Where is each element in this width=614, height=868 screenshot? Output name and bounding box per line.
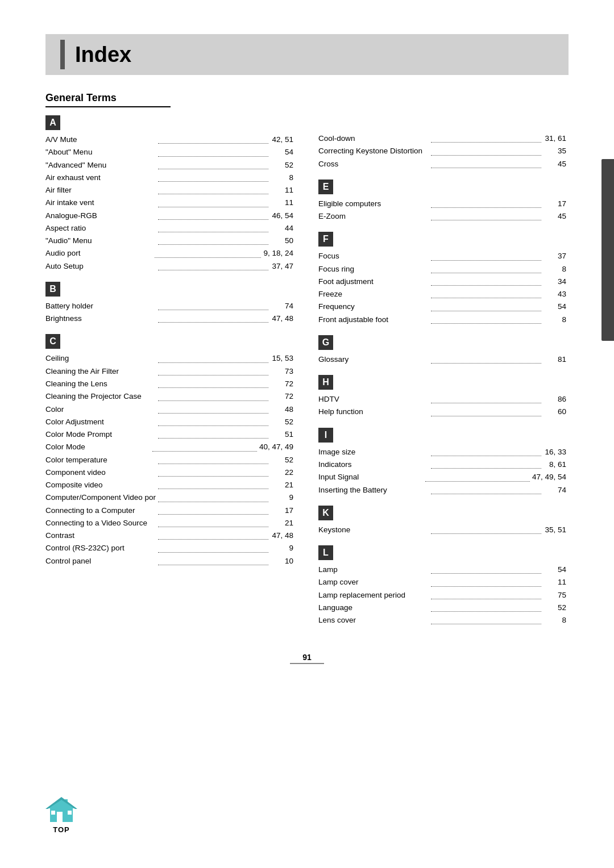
section-c: C Ceiling15, 53 Cleaning the Air Filter7… (45, 334, 296, 567)
list-item: Brightness47, 48 (45, 312, 296, 325)
list-item: Image size16, 33 (318, 446, 569, 458)
list-item: Air intake vent11 (45, 197, 296, 209)
page-number-section: 91 (45, 653, 569, 664)
list-item: Air filter11 (45, 184, 296, 197)
list-item: Language52 (318, 602, 569, 614)
letter-k-badge: K (318, 506, 333, 520)
section-f: F Focus37 Focus ring8 Foot adjustment34 … (318, 232, 569, 326)
list-item: Help function60 (318, 406, 569, 418)
list-item: Inserting the Battery74 (318, 484, 569, 496)
page: Index General Terms A A/V Mute42, 51 "Ab… (0, 0, 614, 868)
list-item: Front adjustable foot8 (318, 314, 569, 326)
letter-h-badge: H (318, 375, 333, 390)
list-item: "Advanced" Menu52 (45, 159, 296, 172)
list-item: Freeze43 (318, 288, 569, 301)
list-item: Lamp cover11 (318, 576, 569, 589)
page-number-underline (290, 663, 324, 664)
section-l-entries: Lamp54 Lamp cover11 Lamp replacement per… (318, 564, 569, 627)
right-column: Cool-down31, 61 Correcting Keystone Dist… (318, 115, 569, 636)
left-column: A A/V Mute42, 51 "About" Menu54 "Advance… (45, 115, 296, 636)
title-accent (60, 40, 65, 69)
list-item: Battery holder74 (45, 300, 296, 312)
section-l: L Lamp54 Lamp cover11 Lamp replacement p… (318, 545, 569, 627)
section-a-entries: A/V Mute42, 51 "About" Menu54 "Advanced"… (45, 133, 296, 273)
list-item: Lens cover8 (318, 614, 569, 627)
section-c-continued: Cool-down31, 61 Correcting Keystone Dist… (318, 115, 569, 170)
list-item: Aspect ratio44 (45, 222, 296, 235)
list-item: Component video22 (45, 466, 296, 479)
section-h: H HDTV86 Help function60 (318, 375, 569, 419)
list-item: Focus37 (318, 250, 569, 262)
section-heading: General Terms (45, 92, 171, 107)
section-k-entries: Keystone35, 51 (318, 524, 569, 536)
list-item: Correcting Keystone Distortion35 (318, 145, 569, 157)
letter-b-badge: B (45, 282, 60, 297)
list-item: Color Mode Prompt51 (45, 428, 296, 441)
section-a: A A/V Mute42, 51 "About" Menu54 "Advance… (45, 115, 296, 273)
section-b-entries: Battery holder74 Brightness47, 48 (45, 300, 296, 326)
list-item: Ceiling15, 53 (45, 352, 296, 365)
list-item: Color Adjustment52 (45, 416, 296, 428)
list-item: E-Zoom45 (318, 210, 569, 223)
list-item: Contrast47, 48 (45, 529, 296, 542)
list-item: Cleaning the Projector Case72 (45, 390, 296, 403)
list-item: Cool-down31, 61 (318, 132, 569, 145)
list-item: "About" Menu54 (45, 146, 296, 158)
section-h-entries: HDTV86 Help function60 (318, 393, 569, 419)
list-item: Foot adjustment34 (318, 276, 569, 288)
section-g: G Glossary81 (318, 335, 569, 366)
letter-c-badge: C (45, 334, 60, 349)
list-item: Eligible computers17 (318, 198, 569, 210)
letter-l-badge: L (318, 545, 333, 560)
letter-a-badge: A (45, 115, 60, 130)
list-item: Frequency54 (318, 301, 569, 313)
list-item: Auto Setup37, 47 (45, 260, 296, 273)
list-item: Input Signal47, 49, 54 (318, 471, 569, 483)
section-c-cont-entries: Cool-down31, 61 Correcting Keystone Dist… (318, 132, 569, 170)
title-bar: Index (45, 34, 569, 75)
list-item: Air exhaust vent8 (45, 172, 296, 184)
letter-e-badge: E (318, 180, 333, 194)
svg-rect-1 (57, 812, 63, 822)
section-g-entries: Glossary81 (318, 353, 569, 366)
svg-rect-2 (51, 811, 55, 815)
list-item: Audio port9, 18, 24 (45, 247, 296, 260)
list-item: Glossary81 (318, 353, 569, 366)
list-item: Composite video21 (45, 479, 296, 491)
list-item: Analogue-RGB46, 54 (45, 210, 296, 222)
top-label: TOP (53, 825, 70, 834)
list-item: Keystone35, 51 (318, 524, 569, 536)
list-item: Cleaning the Air Filter73 (45, 365, 296, 378)
list-item: Color temperature52 (45, 454, 296, 466)
top-icon-section[interactable]: TOP (45, 796, 77, 834)
list-item: "Audio" Menu50 (45, 235, 296, 247)
list-item: Control panel10 (45, 555, 296, 567)
list-item: Computer/Component Video port9 (45, 491, 296, 504)
house-icon (45, 796, 77, 824)
letter-i-badge: I (318, 428, 333, 443)
section-i-entries: Image size16, 33 Indicators8, 61 Input S… (318, 446, 569, 496)
list-item: Connecting to a Computer17 (45, 504, 296, 517)
list-item: Control (RS-232C) port9 (45, 542, 296, 554)
section-e: E Eligible computers17 E-Zoom45 (318, 180, 569, 223)
list-item: Cross45 (318, 158, 569, 170)
svg-rect-3 (68, 811, 72, 815)
section-i: I Image size16, 33 Indicators8, 61 Input… (318, 428, 569, 496)
letter-g-badge: G (318, 335, 333, 350)
list-item: HDTV86 (318, 393, 569, 406)
letter-f-badge: F (318, 232, 333, 247)
list-item: Connecting to a Video Source21 (45, 517, 296, 529)
section-e-entries: Eligible computers17 E-Zoom45 (318, 198, 569, 223)
section-b: B Battery holder74 Brightness47, 48 (45, 282, 296, 326)
list-item: Color Mode40, 47, 49 (45, 441, 296, 453)
list-item: Lamp54 (318, 564, 569, 576)
list-item: Focus ring8 (318, 263, 569, 276)
page-title: Index (75, 43, 131, 67)
list-item: Indicators8, 61 (318, 458, 569, 471)
section-c-entries: Ceiling15, 53 Cleaning the Air Filter73 … (45, 352, 296, 567)
section-f-entries: Focus37 Focus ring8 Foot adjustment34 Fr… (318, 250, 569, 326)
list-item: Color48 (45, 403, 296, 416)
list-item: A/V Mute42, 51 (45, 133, 296, 146)
page-number: 91 (45, 653, 569, 662)
scrollbar-indicator (601, 159, 614, 341)
